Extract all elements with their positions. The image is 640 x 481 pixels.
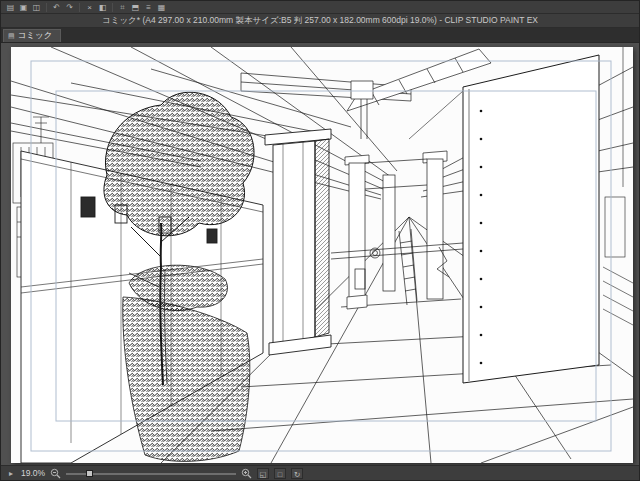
document-icon: ▤: [8, 32, 15, 40]
fill-icon[interactable]: ◧: [96, 2, 109, 13]
toolbar-separator: [112, 3, 113, 12]
ruler-icon[interactable]: ≡: [142, 2, 155, 13]
zoom-out-icon[interactable]: [50, 468, 61, 479]
zoom-slider-thumb[interactable]: [86, 470, 93, 477]
canvas-area[interactable]: [1, 43, 639, 465]
new-canvas-icon[interactable]: ▤: [4, 2, 17, 13]
fit-screen-button[interactable]: ◱: [257, 468, 269, 479]
window-title: コミック* (A4 297.00 x 210.00mm 製本サイズ:B5 判 2…: [102, 15, 538, 27]
tab-label: コミック: [18, 30, 53, 42]
canvas-page[interactable]: [11, 47, 633, 463]
open-file-icon[interactable]: ▣: [17, 2, 30, 13]
delete-icon[interactable]: ×: [83, 2, 96, 13]
zoom-slider[interactable]: [66, 469, 236, 478]
tab-comic[interactable]: ▤ コミック: [3, 29, 61, 42]
command-bar: ▤ ▣ ◫ ↶ ↷ × ◧ ⌗ ⬒ ≡ ▦: [1, 1, 639, 14]
redo-icon[interactable]: ↷: [63, 2, 76, 13]
snap-icon[interactable]: ⬒: [129, 2, 142, 13]
actual-size-button[interactable]: □: [274, 468, 286, 479]
zoom-in-icon[interactable]: [241, 468, 252, 479]
zoom-value: 19.0%: [21, 468, 45, 478]
settings-icon[interactable]: ▦: [155, 2, 168, 13]
navigator-icon[interactable]: ▸: [6, 469, 16, 478]
document-tab-bar: ▤ コミック: [1, 28, 639, 43]
grid-icon[interactable]: ⌗: [116, 2, 129, 13]
title-bar: コミック* (A4 297.00 x 210.00mm 製本サイズ:B5 判 2…: [1, 14, 639, 28]
canvas-artwork[interactable]: [11, 47, 633, 463]
reset-rotation-button[interactable]: ↻: [291, 468, 303, 479]
status-bar: ▸ 19.0% ◱ □ ↻: [1, 465, 639, 480]
save-file-icon[interactable]: ◫: [30, 2, 43, 13]
clip-studio-window: ▤ ▣ ◫ ↶ ↷ × ◧ ⌗ ⬒ ≡ ▦ コミック* (A4 297.00 x…: [0, 0, 640, 481]
undo-icon[interactable]: ↶: [50, 2, 63, 13]
toolbar-separator: [79, 3, 80, 12]
toolbar-separator: [46, 3, 47, 12]
